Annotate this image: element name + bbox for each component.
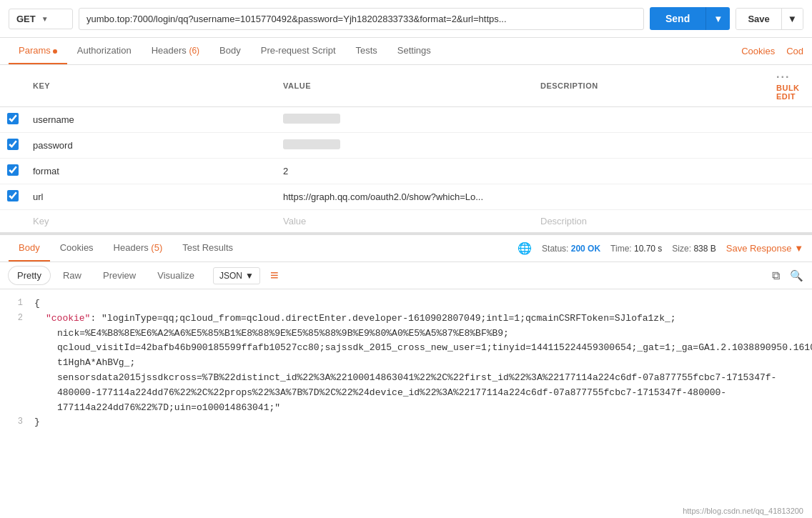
row-description-cell <box>533 107 769 133</box>
row-key: username <box>33 114 74 125</box>
save-dropdown-button[interactable]: ▼ <box>781 9 803 29</box>
tab-headers-label: Headers (6) <box>152 45 199 56</box>
tab-settings-label: Settings <box>397 45 431 56</box>
row-description-cell <box>533 159 769 184</box>
view-raw-button[interactable]: Raw <box>54 267 90 284</box>
search-icon[interactable]: 🔍 <box>790 269 803 282</box>
row-key-cell: format <box>26 159 276 184</box>
row-checkbox[interactable] <box>7 190 19 201</box>
col-actions: ··· Bulk Edit <box>769 65 812 107</box>
row-key: format <box>33 166 59 176</box>
copy-icon[interactable]: ⧉ <box>772 269 780 282</box>
row-value-cell <box>276 133 533 159</box>
row-checkbox-cell <box>0 184 26 210</box>
url-input[interactable] <box>79 8 644 30</box>
save-button[interactable]: Save <box>736 9 781 29</box>
row-checkbox[interactable] <box>7 113 19 124</box>
time-value: 10.70 s <box>634 244 662 254</box>
size-label: Size: 838 B <box>672 244 716 254</box>
row-value-masked <box>283 139 340 149</box>
view-visualize-button[interactable]: Visualize <box>149 267 203 284</box>
send-button[interactable]: Send <box>650 7 705 30</box>
empty-checkbox-cell <box>0 210 26 233</box>
table-row: format 2 <box>0 159 812 184</box>
row-description-cell <box>533 133 769 159</box>
status-value: 200 OK <box>571 244 600 254</box>
resp-tab-cookies-label: Cookies <box>60 242 94 253</box>
toolbar: GET ▼ Send ▼ Save ▼ <box>0 0 812 38</box>
bulk-edit-link[interactable]: Bulk Edit <box>776 84 800 101</box>
save-response-button[interactable]: Save Response ▼ <box>726 243 803 254</box>
row-checkbox-cell <box>0 159 26 184</box>
row-checkbox[interactable] <box>7 139 19 150</box>
json-viewer: 1 { 2 "cookie": "loginType=qq;qcloud_fro… <box>0 289 812 461</box>
more-options-icon[interactable]: ··· <box>776 71 790 83</box>
row-description-cell <box>533 184 769 210</box>
row-actions-cell <box>769 184 812 210</box>
empty-value-cell[interactable]: Value <box>276 210 533 233</box>
json-line-1: 1 { <box>0 297 812 312</box>
cookies-link[interactable]: Cookies <box>741 46 775 56</box>
col-key: KEY <box>26 65 276 107</box>
json-line-2d: sensorsdata2015jssdkcross=%7B%22distinct… <box>0 371 812 415</box>
resp-tab-body[interactable]: Body <box>9 235 50 262</box>
tab-authorization[interactable]: Authorization <box>67 38 142 64</box>
row-value: 2 <box>283 166 288 176</box>
tab-params[interactable]: Params <box>9 38 67 64</box>
resp-tab-headers[interactable]: Headers (5) <box>104 235 173 262</box>
json-line-3: 3 } <box>0 415 812 430</box>
table-row: password <box>0 133 812 159</box>
row-value-masked <box>283 114 340 124</box>
resp-tab-cookies[interactable]: Cookies <box>50 235 104 262</box>
empty-desc-cell[interactable]: Description <box>533 210 769 233</box>
row-key-cell: username <box>26 107 276 133</box>
col-description: DESCRIPTION <box>533 65 769 107</box>
wrap-icon[interactable]: ≡ <box>270 267 279 284</box>
cod-link[interactable]: Cod <box>786 46 803 56</box>
view-preview-button[interactable]: Preview <box>94 267 144 284</box>
row-key: password <box>33 140 73 151</box>
row-actions-cell <box>769 107 812 133</box>
row-checkbox[interactable] <box>7 164 19 176</box>
request-tabs-right: Cookies Cod <box>741 46 803 56</box>
send-button-group: Send ▼ <box>650 7 730 30</box>
tab-params-label: Params <box>19 45 51 56</box>
tab-headers[interactable]: Headers (6) <box>142 38 209 64</box>
method-chevron-icon: ▼ <box>41 15 49 23</box>
time-label: Time: 10.70 s <box>610 244 662 254</box>
format-label: JSON <box>219 271 242 281</box>
send-dropdown-button[interactable]: ▼ <box>705 7 730 30</box>
response-meta: 🌐 Status: 200 OK Time: 10.70 s Size: 838… <box>518 241 803 255</box>
params-table: KEY VALUE DESCRIPTION ··· Bulk Edit user… <box>0 65 812 233</box>
resp-tab-body-label: Body <box>19 242 40 253</box>
row-checkbox-cell <box>0 133 26 159</box>
tab-tests-label: Tests <box>356 45 377 56</box>
tab-settings[interactable]: Settings <box>387 38 441 64</box>
globe-icon[interactable]: 🌐 <box>518 241 532 255</box>
params-dot <box>53 49 57 54</box>
tab-tests[interactable]: Tests <box>346 38 387 64</box>
format-selector[interactable]: JSON ▼ <box>213 267 260 284</box>
tab-prerequest-label: Pre-request Script <box>261 45 336 56</box>
row-actions-cell <box>769 133 812 159</box>
tab-body[interactable]: Body <box>209 38 251 64</box>
row-key: url <box>33 191 43 202</box>
empty-row: Key Value Description <box>0 210 812 233</box>
col-checkbox <box>0 65 26 107</box>
size-value: 838 B <box>693 244 716 254</box>
tab-body-label: Body <box>219 45 241 56</box>
tab-prerequest[interactable]: Pre-request Script <box>251 38 346 64</box>
empty-key-cell[interactable]: Key <box>26 210 276 233</box>
resp-tab-test-results[interactable]: Test Results <box>172 235 243 262</box>
row-value: https://graph.qq.com/oauth2.0/show?which… <box>283 191 483 202</box>
view-pretty-button[interactable]: Pretty <box>9 267 50 284</box>
method-selector[interactable]: GET ▼ <box>9 9 73 29</box>
status-label: Status: 200 OK <box>542 244 600 254</box>
resp-tab-test-results-label: Test Results <box>182 242 233 253</box>
json-line-2c: qcloud_visitId=42bafb46b900185599ffafb10… <box>0 341 812 371</box>
col-value: VALUE <box>276 65 533 107</box>
row-key-cell: url <box>26 184 276 210</box>
table-row: url https://graph.qq.com/oauth2.0/show?w… <box>0 184 812 210</box>
json-line-2b: nick=%E4%B8%8E%E6%A2%A6%E5%85%B1%E8%88%9… <box>0 327 812 342</box>
response-section: Body Cookies Headers (5) Test Results 🌐 … <box>0 233 812 461</box>
